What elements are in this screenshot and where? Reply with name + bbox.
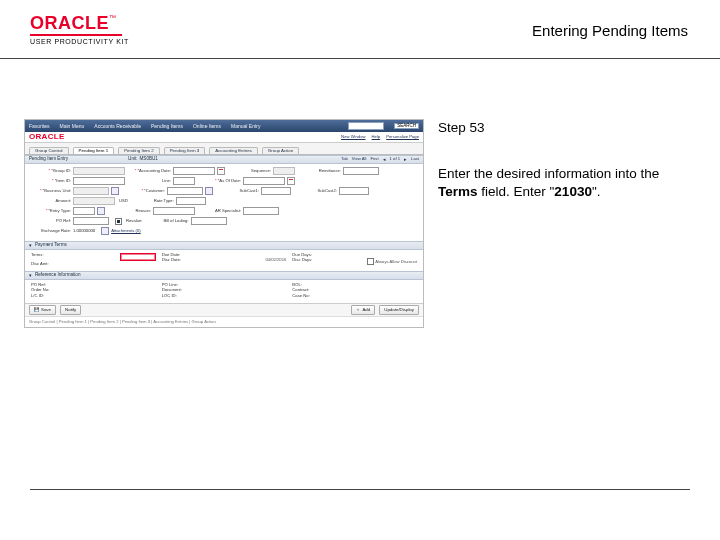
revalue-label: Revalue: — [126, 219, 143, 223]
revalue-checkbox[interactable] — [115, 218, 122, 225]
attach-icon[interactable] — [101, 227, 109, 235]
add-button[interactable]: ＋Add — [351, 305, 375, 315]
section-title: Pending Item Entry — [29, 157, 68, 162]
item-id-input[interactable] — [73, 177, 125, 185]
tab-pending-item-2[interactable]: Pending Item 2 — [118, 147, 160, 154]
reason-label: Reason: — [111, 209, 151, 213]
always-discount-label: Always Allow Discount — [375, 259, 417, 264]
po-ref-label: PO Ref: — [31, 219, 71, 223]
brand-mini: ORACLE — [29, 133, 65, 141]
asof-label: *As Of Date: — [201, 179, 241, 183]
terms-input[interactable] — [120, 253, 156, 261]
logo-subtitle: USER PRODUCTIVITY KIT — [30, 38, 129, 45]
entry-type-input[interactable] — [73, 207, 95, 215]
nav-item[interactable]: Favorites — [29, 124, 50, 129]
unit-value: MS0BU1 — [140, 157, 158, 162]
rate-type-input[interactable] — [176, 197, 206, 205]
ref-loc-label: LOC ID: — [162, 294, 177, 298]
subcust1-input[interactable] — [261, 187, 291, 195]
nav-item[interactable]: Main Menu — [60, 124, 85, 129]
entry-type-label: *Entry Type: — [31, 209, 71, 213]
reason-input[interactable] — [153, 207, 195, 215]
seq-label: Sequence: — [231, 169, 271, 173]
bus-unit-value — [73, 187, 109, 195]
exch-value: 1.00000000 — [73, 229, 95, 233]
nav-item[interactable]: Online Items — [193, 124, 221, 129]
acct-date-input[interactable] — [173, 167, 215, 175]
instruction-panel: Step 53 Enter the desired information in… — [424, 119, 688, 328]
doc-header: ORACLE™ USER PRODUCTIVITY KIT Entering P… — [0, 0, 720, 59]
save-button[interactable]: 💾Save — [29, 305, 56, 315]
ref-case-label: Case No: — [292, 294, 309, 298]
remit-input[interactable] — [343, 167, 379, 175]
oracle-upk-logo: ORACLE™ USER PRODUCTIVITY KIT — [30, 14, 129, 45]
collapse-icon[interactable]: ▾ — [29, 273, 32, 278]
terms-label: Terms: — [31, 253, 44, 261]
search-input[interactable] — [348, 122, 384, 130]
link-help[interactable]: Help — [372, 135, 381, 139]
cust-input[interactable] — [167, 187, 203, 195]
amount-value — [73, 197, 115, 205]
tab-acct-entries[interactable]: Accounting Entries — [209, 147, 258, 154]
logo-text: ORACLE — [30, 13, 109, 33]
subcust2-input[interactable] — [339, 187, 369, 195]
always-discount-checkbox[interactable] — [367, 258, 374, 265]
rate-type-label: Rate Type: — [134, 199, 174, 203]
ref-order-label: Order No: — [31, 288, 49, 292]
search-button[interactable]: SEARCH — [394, 123, 419, 130]
app-screenshot: Favorites Main Menu Accounts Receivable … — [24, 119, 424, 328]
subcust2-label: SubCust2: — [297, 189, 337, 193]
update-display-button[interactable]: Update/Display — [379, 305, 419, 315]
nav-tab[interactable]: Tab — [341, 157, 348, 162]
action-bar: 💾Save Notify ＋Add Update/Display — [25, 303, 423, 316]
nav-view-all[interactable]: View All — [352, 157, 367, 162]
ar-spec-input[interactable] — [243, 207, 279, 215]
chevron-left-icon[interactable]: ◂ — [383, 157, 386, 162]
bus-unit-label: *Business Unit: — [31, 189, 71, 193]
po-ref-input[interactable] — [73, 217, 109, 225]
section-pending-item-entry: Pending Item Entry Unit: MS0BU1 Tab View… — [25, 155, 423, 164]
asof-input[interactable] — [243, 177, 285, 185]
plus-icon: ＋ — [356, 306, 360, 314]
nav-first[interactable]: First — [370, 157, 378, 162]
tab-pending-item-1[interactable]: Pending Item 1 — [73, 147, 115, 154]
bl-label: Bill of Lading: — [149, 219, 189, 223]
group-id-value — [73, 167, 125, 175]
lookup-icon[interactable] — [97, 207, 105, 215]
disc-date-value: 04/02/2016 — [265, 258, 286, 262]
tab-group-control[interactable]: Group Control — [29, 147, 69, 154]
form-body: *Group ID: *Accounting Date: Sequence: R… — [25, 164, 423, 241]
section-payment-terms: ▾ Payment Terms — [25, 241, 423, 250]
calendar-icon[interactable] — [287, 177, 295, 185]
tab-group-action[interactable]: Group Action — [262, 147, 299, 154]
link-new-window[interactable]: New Window — [341, 135, 365, 139]
collapse-icon[interactable]: ▾ — [29, 243, 32, 248]
disc-days-label: Disc Days: — [292, 258, 312, 265]
chevron-right-icon[interactable]: ▸ — [404, 157, 407, 162]
currency-value: USD — [119, 199, 128, 203]
nav-item[interactable]: Accounts Receivable — [94, 124, 141, 129]
nav-item[interactable]: Manual Entry — [231, 124, 260, 129]
section-reference-info: ▾ Reference Information — [25, 271, 423, 280]
footer-rule — [30, 489, 690, 490]
save-icon: 💾 — [34, 306, 39, 314]
bl-input[interactable] — [191, 217, 227, 225]
line-input[interactable] — [173, 177, 195, 185]
nav-count: 1 of 1 — [390, 157, 400, 162]
notify-button[interactable]: Notify — [60, 305, 81, 315]
amount-label: Amount: — [31, 199, 71, 203]
link-personalize[interactable]: Personalize Page — [386, 135, 419, 139]
breadcrumb: Group Control | Pending Item 1 | Pending… — [25, 316, 423, 327]
nav-last[interactable]: Last — [411, 157, 419, 162]
lookup-icon[interactable] — [111, 187, 119, 195]
calendar-icon[interactable] — [217, 167, 225, 175]
ref-contract-label: Contract: — [292, 288, 309, 292]
app-subbar: ORACLE New Window Help Personalize Page — [25, 132, 423, 143]
tab-pending-item-3[interactable]: Pending Item 3 — [164, 147, 206, 154]
step-number: Step 53 — [438, 119, 688, 137]
nav-item[interactable]: Pending Items — [151, 124, 183, 129]
page-title: Entering Pending Items — [532, 22, 688, 39]
lookup-icon[interactable] — [205, 187, 213, 195]
ar-spec-label: AR Specialist: — [201, 209, 241, 213]
attachments-link[interactable]: Attachments (0) — [111, 229, 141, 233]
